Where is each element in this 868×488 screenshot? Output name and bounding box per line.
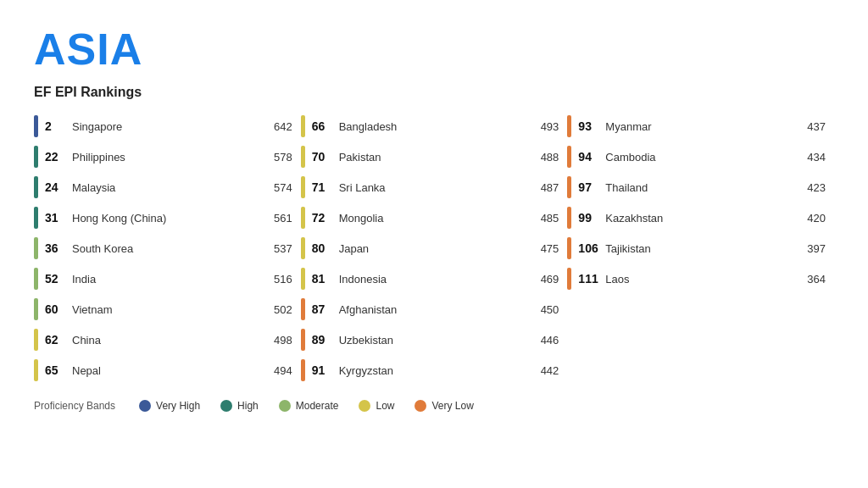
country-name: Pakistan [339,151,529,164]
score-value: 437 [795,120,826,133]
score-value: 442 [528,364,559,377]
band-bar [301,359,305,381]
moderate-label: Moderate [296,400,339,412]
table-row: 87 Afghanistan 450 [301,297,559,322]
country-name: Cambodia [605,151,795,164]
band-bar [301,176,305,198]
country-name: Philippines [72,151,262,164]
band-bar [34,359,38,381]
very_low-dot [415,400,426,412]
rank-number: 71 [312,180,339,194]
score-value: 487 [528,181,559,194]
column-1: 2 Singapore 642 22 Philippines 578 24 Ma… [34,114,301,388]
table-row: 99 Kazakhstan 420 [567,205,826,230]
table-row: 62 China 498 [34,327,292,352]
rank-number: 62 [45,333,72,347]
low-label: Low [376,400,394,412]
table-row: 106 Tajikistan 397 [567,236,826,261]
legend-item-very_high: Very High [139,400,200,412]
column-3: 93 Myanmar 437 94 Cambodia 434 97 Thaila… [567,114,834,388]
score-value: 397 [795,242,826,255]
very_high-label: Very High [156,400,200,412]
band-bar [34,268,38,290]
table-row: 81 Indonesia 469 [301,266,559,291]
score-value: 450 [528,303,559,316]
score-value: 578 [262,151,292,164]
band-bar [301,146,305,168]
table-row: 2 Singapore 642 [34,114,292,139]
rank-number: 94 [578,150,605,164]
table-row: 72 Mongolia 485 [301,205,559,230]
table-row: 65 Nepal 494 [34,358,292,383]
low-dot [359,400,370,412]
rank-number: 52 [45,272,72,286]
score-value: 502 [262,303,292,316]
score-value: 561 [262,212,292,225]
country-name: Vietnam [72,303,262,316]
rank-number: 66 [312,119,339,133]
asia-title: ASIA [34,24,834,75]
table-row: 80 Japan 475 [301,236,559,261]
country-name: China [72,334,262,347]
band-bar [567,146,571,168]
table-row: 31 Hong Kong (China) 561 [34,205,292,230]
score-value: 498 [262,334,292,347]
table-row: 93 Myanmar 437 [567,114,826,139]
band-bar [301,115,305,137]
country-name: Laos [605,273,795,286]
legend-item-low: Low [359,400,394,412]
band-bar [567,176,571,198]
country-name: Thailand [605,181,795,194]
score-value: 364 [795,273,826,286]
high-dot [220,400,232,412]
country-name: Singapore [72,120,262,133]
country-name: Japan [339,242,529,255]
country-name: South Korea [72,242,262,255]
score-value: 475 [528,242,559,255]
score-value: 434 [795,151,826,164]
score-value: 642 [262,120,292,133]
rank-number: 24 [45,180,72,194]
rank-number: 81 [312,272,339,286]
table-row: 66 Bangladesh 493 [301,114,559,139]
proficiency-legend: Proficiency Bands Very HighHighModerateL… [34,400,834,412]
country-name: Indonesia [339,273,529,286]
proficiency-label: Proficiency Bands [34,400,115,412]
rank-number: 65 [45,363,72,377]
country-name: Nepal [72,364,262,377]
rank-number: 97 [578,180,605,194]
table-row: 94 Cambodia 434 [567,144,826,169]
country-name: Kyrgyzstan [339,364,529,377]
rank-number: 91 [312,363,339,377]
band-bar [301,237,305,259]
table-row: 22 Philippines 578 [34,144,292,169]
table-row: 60 Vietnam 502 [34,297,292,322]
rank-number: 87 [312,302,339,316]
rank-number: 72 [312,211,339,225]
rank-number: 111 [578,272,605,286]
table-row: 91 Kyrgyzstan 442 [301,358,559,383]
band-bar [34,115,38,137]
table-row: 89 Uzbekistan 446 [301,327,559,352]
band-bar [301,207,305,229]
rank-number: 31 [45,211,72,225]
score-value: 488 [528,151,559,164]
rank-number: 36 [45,241,72,255]
column-2: 66 Bangladesh 493 70 Pakistan 488 71 Sri… [301,114,568,388]
rank-number: 99 [578,211,605,225]
table-row: 97 Thailand 423 [567,175,826,200]
country-name: Malaysia [72,181,262,194]
country-name: Afghanistan [339,303,529,316]
band-bar [34,329,38,351]
high-label: High [237,400,259,412]
rank-number: 2 [45,119,72,133]
rank-number: 93 [578,119,605,133]
band-bar [567,115,571,137]
table-row: 111 Laos 364 [567,266,826,291]
band-bar [34,298,38,320]
band-bar [301,329,305,351]
table-row: 24 Malaysia 574 [34,175,292,200]
legend-item-high: High [220,400,259,412]
country-name: Tajikistan [605,242,795,255]
country-name: India [72,273,262,286]
